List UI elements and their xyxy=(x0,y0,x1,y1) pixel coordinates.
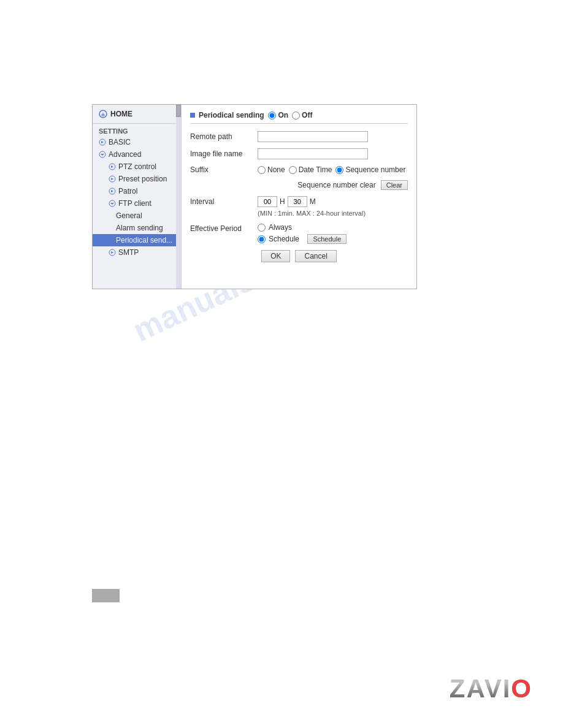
radio-none[interactable] xyxy=(258,166,266,174)
none-label: None xyxy=(267,165,285,174)
home-icon xyxy=(99,110,107,118)
sidebar-item-advanced[interactable]: Advanced xyxy=(93,148,181,161)
radio-none-label[interactable]: None xyxy=(258,165,285,174)
interval-hint: (MIN : 1min. MAX : 24-hour interval) xyxy=(190,210,366,217)
remote-path-input[interactable] xyxy=(258,131,368,142)
zavio-logo: ZAVIO xyxy=(450,674,532,703)
periodical-sending-radio-group: On Off xyxy=(268,111,312,119)
schedule-button[interactable]: Schedule xyxy=(307,234,347,244)
interval-hint-row: (MIN : 1min. MAX : 24-hour interval) xyxy=(190,210,408,217)
arrow-icon-patrol xyxy=(109,188,116,195)
setting-label: SETTING xyxy=(93,124,181,136)
sidebar-item-ptz-control[interactable]: PTZ control xyxy=(93,161,181,173)
arrow-icon-ptz xyxy=(109,163,116,170)
arrow-icon-ftp xyxy=(109,200,116,207)
suffix-radio-group: None Date Time Sequence number xyxy=(258,165,405,174)
arrow-icon-basic xyxy=(99,138,106,146)
interval-row: Interval H M xyxy=(190,196,408,207)
sidebar-item-patrol[interactable]: Patrol xyxy=(93,185,181,197)
general-label: General xyxy=(116,211,142,220)
sidebar-item-ftp-client[interactable]: FTP client xyxy=(93,197,181,210)
effective-options: Always Schedule Schedule xyxy=(258,223,347,244)
on-label: On xyxy=(278,111,288,119)
always-label: Always xyxy=(269,223,292,232)
main-panel: HOME SETTING BASIC Advanced PTZ control xyxy=(92,104,417,289)
cancel-button[interactable]: Cancel xyxy=(295,250,336,262)
radio-sequence-label[interactable]: Sequence number xyxy=(335,165,405,174)
off-label: Off xyxy=(302,111,312,119)
advanced-label: Advanced xyxy=(109,150,141,159)
ptz-control-label: PTZ control xyxy=(118,162,156,171)
interval-hours-input[interactable] xyxy=(258,196,277,207)
radio-off-label[interactable]: Off xyxy=(292,111,312,119)
section-title-square xyxy=(190,113,195,118)
schedule-label: Schedule xyxy=(269,235,299,243)
scrollbar-thumb[interactable] xyxy=(176,105,181,117)
effective-always-option: Always xyxy=(258,223,347,232)
interval-minutes-input[interactable] xyxy=(288,196,307,207)
action-row: OK Cancel xyxy=(190,250,408,262)
scrollbar-track[interactable] xyxy=(176,105,181,289)
interval-m-sep: M xyxy=(310,197,316,206)
effective-period-row: Effective Period Always Schedule Schedul… xyxy=(190,223,408,244)
sidebar-item-periodical-sending[interactable]: Periodical send... xyxy=(93,234,181,246)
remote-path-row: Remote path xyxy=(190,131,408,142)
effective-period-label: Effective Period xyxy=(190,223,258,233)
sequence-number-label: Sequence number xyxy=(345,165,405,174)
sidebar-item-home[interactable]: HOME xyxy=(93,105,181,124)
smtp-label: SMTP xyxy=(118,248,139,257)
image-file-name-label: Image file name xyxy=(190,150,258,158)
patrol-label: Patrol xyxy=(118,187,137,195)
home-label: HOME xyxy=(110,110,132,118)
bottom-gray-box xyxy=(92,589,120,602)
section-title-text: Periodical sending xyxy=(199,111,264,119)
logo-mark: O xyxy=(511,674,532,703)
sidebar-item-basic[interactable]: BASIC xyxy=(93,136,181,148)
section-title: Periodical sending On Off xyxy=(190,111,408,124)
sidebar-item-alarm-sending[interactable]: Alarm sending xyxy=(93,222,181,234)
radio-schedule[interactable] xyxy=(258,235,266,243)
content-area: Periodical sending On Off Remote path Im… xyxy=(182,105,416,289)
ftp-client-label: FTP client xyxy=(118,199,151,208)
ok-button[interactable]: OK xyxy=(261,250,290,262)
arrow-icon-smtp xyxy=(109,249,116,256)
interval-label: Interval xyxy=(190,197,258,206)
radio-sequence[interactable] xyxy=(335,166,343,174)
radio-datetime[interactable] xyxy=(289,166,297,174)
basic-label: BASIC xyxy=(109,138,131,146)
radio-datetime-label[interactable]: Date Time xyxy=(289,165,332,174)
date-time-label: Date Time xyxy=(299,165,332,174)
seq-clear-row: Sequence number clear Clear xyxy=(190,180,408,190)
suffix-label: Suffix xyxy=(190,165,258,174)
sidebar-item-preset-position[interactable]: Preset position xyxy=(93,173,181,185)
clear-button[interactable]: Clear xyxy=(381,180,408,190)
radio-on-label[interactable]: On xyxy=(268,111,288,119)
preset-position-label: Preset position xyxy=(118,175,167,183)
radio-on[interactable] xyxy=(268,112,276,119)
image-file-name-row: Image file name xyxy=(190,148,408,159)
arrow-icon-preset xyxy=(109,175,116,183)
radio-always[interactable] xyxy=(258,224,266,232)
sidebar-item-smtp[interactable]: SMTP xyxy=(93,246,181,259)
remote-path-label: Remote path xyxy=(190,132,258,141)
effective-schedule-option: Schedule Schedule xyxy=(258,234,347,244)
sidebar: HOME SETTING BASIC Advanced PTZ control xyxy=(93,105,182,289)
suffix-row: Suffix None Date Time Sequence number xyxy=(190,165,408,174)
alarm-sending-label: Alarm sending xyxy=(116,224,163,232)
periodical-sending-label: Periodical send... xyxy=(116,236,172,245)
arrow-icon-advanced xyxy=(99,151,106,158)
image-file-name-input[interactable] xyxy=(258,148,368,159)
seq-clear-label: Sequence number clear xyxy=(297,181,375,189)
sidebar-item-general[interactable]: General xyxy=(93,210,181,222)
interval-h-sep: H xyxy=(280,197,285,206)
radio-off[interactable] xyxy=(292,112,300,119)
